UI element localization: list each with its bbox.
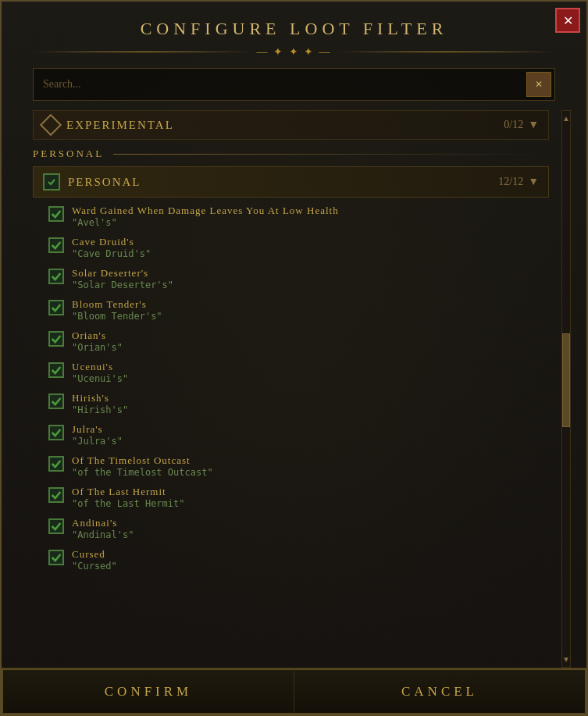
item-text-3: Bloom Tender's "Bloom Tender's" bbox=[72, 298, 162, 322]
item-name-3: Bloom Tender's bbox=[72, 298, 162, 311]
item-text-7: Julra's "Julra's" bbox=[72, 423, 123, 447]
search-box: ✕ bbox=[33, 68, 555, 101]
personal-group-chevron-icon: ▼ bbox=[528, 176, 539, 188]
item-checkmark-svg-0 bbox=[50, 208, 62, 220]
experimental-header-left: Experimental bbox=[43, 117, 174, 133]
item-text-11: Cursed "Cursed" bbox=[72, 548, 117, 572]
personal-check-icon bbox=[43, 173, 60, 191]
item-name-6: Hirish's bbox=[72, 392, 128, 404]
divider-line-left bbox=[33, 52, 252, 52]
item-check-8 bbox=[48, 456, 64, 472]
item-checkmark-svg-7 bbox=[50, 426, 62, 439]
footer: Confirm Cancel bbox=[2, 668, 586, 714]
personal-group-right: 12/12 ▼ bbox=[498, 176, 539, 188]
list-item[interactable]: Orian's "Orian's" bbox=[33, 326, 549, 357]
personal-category-row: Personal bbox=[33, 148, 549, 160]
experimental-header[interactable]: Experimental 0/12 ▼ bbox=[33, 110, 549, 140]
item-checkmark-svg-6 bbox=[50, 395, 62, 408]
item-name-0: Ward gained when damage leaves you at lo… bbox=[72, 205, 339, 217]
search-input[interactable] bbox=[34, 78, 526, 91]
list-item[interactable]: Andinai's "Andinal's" bbox=[33, 513, 549, 544]
list-item[interactable]: Solar Deserter's "Solar Deserter's" bbox=[33, 263, 549, 294]
item-code-8: "of the Timelost Outcast" bbox=[72, 467, 213, 478]
item-check-6 bbox=[48, 394, 64, 409]
item-check-3 bbox=[48, 300, 64, 315]
item-name-2: Solar Deserter's bbox=[72, 267, 173, 280]
personal-group-count: 12/12 bbox=[498, 176, 523, 188]
experimental-count: 0/12 bbox=[504, 119, 523, 131]
list-item[interactable]: Cave Druid's "Cave Druid's" bbox=[33, 232, 549, 263]
item-text-5: Ucenui's "Ucenui's" bbox=[72, 361, 128, 384]
list-item[interactable]: Julra's "Julra's" bbox=[33, 419, 549, 451]
modal: ✕ Configure Loot Filter — ✦ ✦ ✦ — ✕ Expe… bbox=[0, 0, 588, 716]
item-text-4: Orian's "Orian's" bbox=[72, 330, 123, 353]
item-text-10: Andinai's "Andinal's" bbox=[72, 517, 134, 540]
personal-group-header[interactable]: Personal 12/12 ▼ bbox=[33, 166, 549, 198]
diamond-icon bbox=[40, 114, 62, 136]
item-check-2 bbox=[48, 269, 64, 284]
item-code-0: "Avel's" bbox=[72, 217, 339, 228]
scrollbar-track[interactable]: ▲ ▼ bbox=[561, 110, 571, 668]
list-item[interactable]: Hirish's "Hirish's" bbox=[33, 388, 549, 419]
item-check-7 bbox=[48, 425, 64, 440]
title-divider: — ✦ ✦ ✦ — bbox=[33, 45, 555, 59]
personal-group-left: Personal bbox=[43, 173, 141, 191]
item-code-10: "Andinal's" bbox=[72, 529, 134, 540]
list-item[interactable]: of the Last Hermit "of the Last Hermit" bbox=[33, 482, 549, 513]
item-name-5: Ucenui's bbox=[72, 361, 128, 373]
title-ornament: — ✦ ✦ ✦ — bbox=[257, 45, 332, 59]
experimental-chevron-icon: ▼ bbox=[528, 119, 539, 131]
list-item[interactable]: Ward gained when damage leaves you at lo… bbox=[33, 201, 549, 232]
item-code-9: "of the Last Hermit" bbox=[72, 498, 185, 509]
divider-line-right bbox=[337, 52, 556, 52]
confirm-button[interactable]: Confirm bbox=[2, 668, 294, 714]
scrollbar-down-arrow[interactable]: ▼ bbox=[562, 655, 570, 664]
cancel-button[interactable]: Cancel bbox=[294, 668, 586, 714]
personal-category-label: Personal bbox=[33, 148, 104, 160]
item-checkmark-svg-3 bbox=[50, 301, 62, 314]
search-container: ✕ bbox=[2, 68, 586, 110]
scroll-content[interactable]: Experimental 0/12 ▼ Personal bbox=[33, 110, 555, 668]
scrollbar-up-arrow[interactable]: ▲ bbox=[562, 114, 570, 123]
item-code-3: "Bloom Tender's" bbox=[72, 311, 162, 322]
personal-divider-line bbox=[113, 154, 549, 155]
list-item[interactable]: Ucenui's "Ucenui's" bbox=[33, 357, 549, 388]
item-text-9: of the Last Hermit "of the Last Hermit" bbox=[72, 486, 185, 509]
item-code-1: "Cave Druid's" bbox=[72, 248, 151, 259]
item-check-0 bbox=[48, 206, 64, 222]
search-clear-button[interactable]: ✕ bbox=[526, 72, 551, 97]
list-item[interactable]: Bloom Tender's "Bloom Tender's" bbox=[33, 294, 549, 326]
item-checkmark-svg-4 bbox=[50, 333, 62, 345]
item-name-7: Julra's bbox=[72, 423, 123, 436]
checkmark-svg bbox=[47, 177, 56, 187]
item-check-5 bbox=[48, 362, 64, 378]
item-check-10 bbox=[48, 518, 64, 534]
item-checkmark-svg-5 bbox=[50, 364, 62, 376]
item-name-8: of the Timelost Outcast bbox=[72, 454, 213, 467]
item-name-10: Andinai's bbox=[72, 517, 134, 529]
item-text-1: Cave Druid's "Cave Druid's" bbox=[72, 236, 151, 259]
item-name-9: of the Last Hermit bbox=[72, 486, 185, 498]
item-checkmark-svg-9 bbox=[50, 489, 62, 501]
list-item[interactable]: of the Timelost Outcast "of the Timelost… bbox=[33, 451, 549, 482]
experimental-section: Experimental 0/12 ▼ bbox=[33, 110, 549, 140]
experimental-right: 0/12 ▼ bbox=[504, 119, 539, 131]
item-text-0: Ward gained when damage leaves you at lo… bbox=[72, 205, 339, 228]
scrollbar-thumb[interactable] bbox=[562, 333, 570, 427]
item-checkmark-svg-1 bbox=[50, 239, 62, 251]
item-check-4 bbox=[48, 331, 64, 347]
item-check-1 bbox=[48, 237, 64, 253]
item-text-2: Solar Deserter's "Solar Deserter's" bbox=[72, 267, 173, 290]
list-item[interactable]: Cursed "Cursed" bbox=[33, 544, 549, 575]
item-code-7: "Julra's" bbox=[72, 436, 123, 447]
item-check-11 bbox=[48, 550, 64, 565]
item-checkmark-svg-8 bbox=[50, 458, 62, 470]
close-button[interactable]: ✕ bbox=[555, 8, 580, 33]
item-check-9 bbox=[48, 487, 64, 503]
item-checkmark-svg-10 bbox=[50, 520, 62, 533]
item-name-4: Orian's bbox=[72, 330, 123, 342]
item-code-2: "Solar Deserter's" bbox=[72, 280, 173, 290]
modal-title: Configure Loot Filter bbox=[2, 2, 586, 39]
personal-group-label: Personal bbox=[68, 176, 141, 189]
item-name-1: Cave Druid's bbox=[72, 236, 151, 248]
